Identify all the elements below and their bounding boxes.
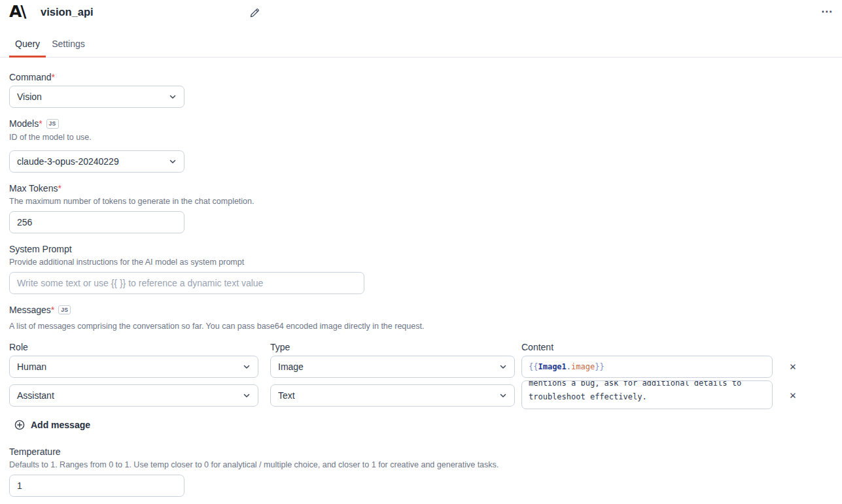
required-asterisk: * — [51, 305, 54, 315]
chevron-down-icon — [243, 392, 251, 399]
js-badge: JS — [58, 305, 71, 315]
required-asterisk: * — [52, 72, 55, 82]
edit-title-button[interactable] — [248, 7, 261, 20]
required-asterisk: * — [39, 118, 42, 129]
role-select[interactable]: Assistant — [9, 384, 258, 407]
max-tokens-label: Max Tokens* — [9, 183, 833, 194]
column-role: Role — [9, 342, 270, 353]
type-select-value: Text — [278, 390, 295, 401]
type-select[interactable]: Image — [270, 356, 515, 378]
message-row: Assistant Text mentions a bug, ask for a… — [9, 384, 833, 407]
tab-settings[interactable]: Settings — [46, 39, 91, 57]
chevron-down-icon — [499, 363, 507, 371]
max-tokens-input[interactable] — [9, 211, 184, 233]
command-label: Command* — [9, 72, 833, 83]
command-select[interactable]: Vision — [9, 86, 184, 108]
temperature-input[interactable] — [9, 475, 184, 497]
remove-message-button[interactable]: ✕ — [787, 390, 799, 401]
content-code-input[interactable]: mentions a bug, ask for additional detai… — [521, 380, 773, 409]
page-title: vision_api — [41, 6, 94, 18]
chevron-down-icon — [169, 158, 177, 165]
type-select-value: Image — [278, 361, 304, 372]
remove-message-button[interactable]: ✕ — [787, 361, 799, 372]
role-select-value: Assistant — [17, 390, 54, 401]
temperature-description: Defaults to 1. Ranges from 0 to 1. Use t… — [9, 460, 833, 470]
chevron-down-icon — [243, 363, 251, 371]
system-prompt-label: System Prompt — [9, 244, 833, 255]
content-code-input[interactable]: {{Image1.image}} — [521, 356, 773, 378]
models-label: Models*JS — [9, 118, 833, 130]
system-prompt-input[interactable] — [9, 272, 364, 294]
message-row: Human Image {{Image1.image}} ✕ — [9, 356, 833, 378]
messages-description: A list of messages comprising the conver… — [9, 322, 833, 331]
type-select[interactable]: Text — [270, 384, 515, 407]
max-tokens-description: The maximum number of tokens to generate… — [9, 197, 833, 207]
more-options-button[interactable]: ⋯ — [821, 5, 833, 18]
tab-query[interactable]: Query — [9, 39, 46, 57]
column-content: Content — [521, 342, 773, 353]
messages-column-headers: Role Type Content — [9, 342, 833, 353]
query-form: Command* Vision Models*JS ID of the mode… — [0, 58, 842, 497]
required-asterisk: * — [58, 183, 61, 193]
app-header: A\ vision_api ⋯ — [0, 0, 842, 29]
models-select-value: claude-3-opus-20240229 — [17, 156, 119, 167]
role-select[interactable]: Human — [9, 356, 258, 378]
tab-bar: Query Settings — [0, 29, 842, 58]
column-type: Type — [270, 342, 521, 353]
plus-circle-icon — [14, 420, 25, 430]
add-message-label: Add message — [31, 417, 90, 433]
js-badge: JS — [46, 119, 59, 129]
role-select-value: Human — [17, 361, 46, 372]
chevron-down-icon — [499, 392, 507, 399]
temperature-label: Temperature — [9, 446, 833, 458]
chevron-down-icon — [169, 93, 177, 101]
anthropic-logo-icon: A\ — [9, 2, 25, 21]
models-description: ID of the model to use. — [9, 133, 833, 143]
models-select[interactable]: claude-3-opus-20240229 — [9, 150, 184, 173]
command-select-value: Vision — [17, 92, 42, 102]
system-prompt-description: Provide additional instructions for the … — [9, 258, 833, 267]
add-message-button[interactable]: Add message — [14, 417, 90, 433]
pencil-icon — [249, 8, 260, 18]
messages-label: Messages*JS — [9, 305, 833, 316]
